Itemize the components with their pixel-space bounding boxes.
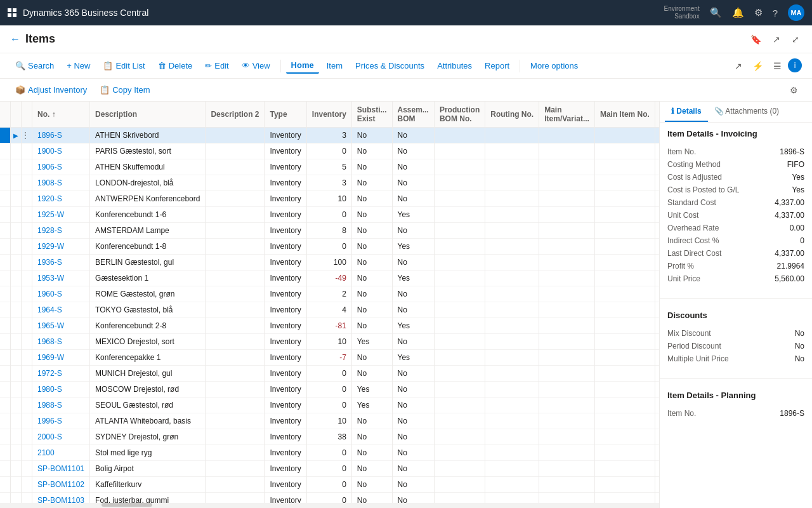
table-row[interactable]: 1964-S TOKYO Gæstestol, blå Inventory 4 …	[0, 302, 660, 318]
table-row[interactable]: 1969-W Konferencepakke 1 Inventory -7 No…	[0, 350, 660, 366]
table-row[interactable]: 1965-W Konferencebundt 2-8 Inventory -81…	[0, 318, 660, 334]
item-link[interactable]: 1953-W	[37, 274, 64, 283]
detail-tab-attachments[interactable]: 📎 Attachments (0)	[708, 102, 785, 122]
item-link[interactable]: 1972-S	[37, 369, 62, 378]
row-context-menu[interactable]	[22, 144, 32, 159]
item-link[interactable]: 1929-W	[37, 242, 64, 251]
bookmark-icon[interactable]: 🔖	[748, 32, 764, 47]
cell-no[interactable]: SP-BOM1101	[32, 461, 90, 477]
tab-prices-discounts[interactable]: Prices & Discounts	[350, 58, 429, 73]
row-context-menu[interactable]	[22, 413, 32, 429]
cell-no[interactable]: 1906-S	[32, 159, 90, 175]
row-context-menu[interactable]	[22, 223, 32, 239]
item-link[interactable]: 1964-S	[37, 305, 62, 314]
table-row[interactable]: 1972-S MUNICH Drejestol, gul Inventory 0…	[0, 366, 660, 382]
row-context-menu[interactable]	[22, 350, 32, 366]
item-link[interactable]: 1988-S	[37, 401, 62, 410]
table-row[interactable]: SP-BOM1102 Kaffefilterkurv Inventory 0 N…	[0, 477, 660, 493]
info-icon[interactable]: i	[788, 58, 802, 72]
cell-no[interactable]: 2100	[32, 445, 90, 461]
tab-report[interactable]: Report	[480, 58, 514, 73]
table-row[interactable]: 1920-S ANTWERPEN Konferencebord Inventor…	[0, 191, 660, 207]
row-context-menu[interactable]	[22, 334, 32, 350]
row-context-menu[interactable]	[22, 366, 32, 382]
edit-button[interactable]: ✏ Edit	[200, 58, 233, 73]
cell-no[interactable]: 1928-S	[32, 223, 90, 239]
view-button[interactable]: 👁 View	[237, 58, 275, 73]
cell-no[interactable]: 1925-W	[32, 207, 90, 223]
item-link[interactable]: 1900-S	[37, 147, 62, 156]
row-context-menu[interactable]	[22, 255, 32, 271]
table-row[interactable]: 1908-S LONDON-drejestol, blå Inventory 3…	[0, 175, 660, 191]
table-row[interactable]: 1906-S ATHEN Skuffemodul Inventory 5 No …	[0, 159, 660, 175]
avatar[interactable]: MA	[788, 4, 804, 21]
bell-icon[interactable]: 🔔	[732, 7, 744, 18]
item-link[interactable]: 1925-W	[37, 210, 64, 219]
cell-no[interactable]: 1936-S	[32, 255, 90, 271]
tab-attributes[interactable]: Attributes	[432, 58, 477, 73]
table-row[interactable]: 1925-W Konferencebundt 1-6 Inventory 0 N…	[0, 207, 660, 223]
table-row[interactable]: SP-BOM1101 Bolig Airpot Inventory 0 No N…	[0, 461, 660, 477]
detail-tab-details[interactable]: ℹ Details	[665, 102, 708, 122]
items-table-container[interactable]: No. ↑ Description Description 2 Type Inv…	[0, 102, 660, 508]
table-row[interactable]: 1929-W Konferencebundt 1-8 Inventory 0 N…	[0, 239, 660, 255]
cell-no[interactable]: 1896-S	[32, 128, 90, 144]
col-prodbom[interactable]: ProductionBOM No.	[434, 102, 485, 128]
item-link[interactable]: 2000-S	[37, 432, 62, 441]
table-row[interactable]: 2000-S SYDNEY Drejestol, grøn Inventory …	[0, 429, 660, 445]
item-link[interactable]: 1928-S	[37, 226, 62, 235]
col-no[interactable]: No. ↑	[32, 102, 90, 128]
cell-no[interactable]: 1988-S	[32, 398, 90, 413]
cell-no[interactable]: 1960-S	[32, 286, 90, 302]
cell-no[interactable]: 1900-S	[32, 144, 90, 159]
item-link[interactable]: 1968-S	[37, 337, 62, 346]
row-context-menu[interactable]	[22, 191, 32, 207]
row-context-menu[interactable]	[22, 318, 32, 334]
item-link[interactable]: SP-BOM1101	[37, 464, 84, 473]
row-context-menu[interactable]	[22, 429, 32, 445]
search-button[interactable]: 🔍 Search	[10, 58, 59, 73]
cell-no[interactable]: 1980-S	[32, 382, 90, 398]
tab-home[interactable]: Home	[286, 58, 319, 74]
item-link[interactable]: 1908-S	[37, 178, 62, 187]
cell-no[interactable]: 1953-W	[32, 271, 90, 286]
back-button[interactable]: ←	[10, 34, 20, 45]
new-button[interactable]: + New	[62, 58, 95, 73]
col-assem[interactable]: Assem...BOM	[392, 102, 434, 128]
table-row[interactable]: 1980-S MOSCOW Drejestol, rød Inventory 0…	[0, 382, 660, 398]
table-row[interactable]: 1996-S ATLANTA Whiteboard, basis Invento…	[0, 413, 660, 429]
cell-no[interactable]: 1920-S	[32, 191, 90, 207]
item-link[interactable]: 1996-S	[37, 417, 62, 425]
table-row[interactable]: 1928-S AMSTERDAM Lampe Inventory 8 No No…	[0, 223, 660, 239]
row-context-menu[interactable]	[22, 477, 32, 493]
col-uom[interactable]: Base UMeasu	[655, 102, 660, 128]
item-link[interactable]: 1906-S	[37, 163, 62, 171]
col-substi[interactable]: Substi...Exist	[351, 102, 392, 128]
row-context-menu[interactable]	[22, 398, 32, 413]
table-row[interactable]: 1968-S MEXICO Drejestol, sort Inventory …	[0, 334, 660, 350]
settings-icon[interactable]: ⚙	[754, 7, 763, 18]
table-row[interactable]: 1953-W Gæstesektion 1 Inventory -49 No Y…	[0, 271, 660, 286]
cell-no[interactable]: 1969-W	[32, 350, 90, 366]
horizontal-scrollbar[interactable]	[0, 503, 659, 508]
cell-no[interactable]: 2000-S	[32, 429, 90, 445]
search-icon[interactable]: 🔍	[710, 7, 722, 18]
table-row[interactable]: 1900-S PARIS Gæstestol, sort Inventory 0…	[0, 144, 660, 159]
col-routing[interactable]: Routing No.	[485, 102, 539, 128]
table-row[interactable]: 2100 Stol med lige ryg Inventory 0 No No…	[0, 445, 660, 461]
copy-item-button[interactable]: 📋 Copy Item	[95, 83, 155, 97]
expand-icon[interactable]: ⤢	[789, 32, 802, 47]
table-row[interactable]: 1988-S SEOUL Gæstestol, rød Inventory 0 …	[0, 398, 660, 413]
cell-no[interactable]: 1908-S	[32, 175, 90, 191]
row-context-menu[interactable]	[22, 302, 32, 318]
table-row[interactable]: 1960-S ROME Gæstestol, grøn Inventory 2 …	[0, 286, 660, 302]
share-cmd-icon[interactable]: ↗	[731, 58, 746, 74]
row-context-menu[interactable]	[22, 461, 32, 477]
item-link[interactable]: 2100	[37, 448, 55, 457]
item-link[interactable]: 1965-W	[37, 321, 64, 330]
item-link[interactable]: 1960-S	[37, 290, 62, 298]
row-context-menu[interactable]	[22, 382, 32, 398]
cell-no[interactable]: 1968-S	[32, 334, 90, 350]
cell-no[interactable]: 1964-S	[32, 302, 90, 318]
row-context-menu[interactable]	[22, 445, 32, 461]
